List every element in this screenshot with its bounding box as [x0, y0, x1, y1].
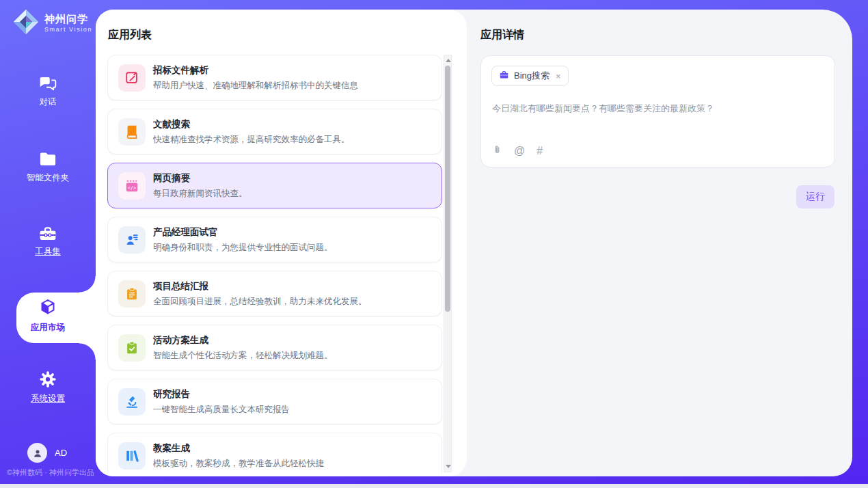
- sidebar-item-market[interactable]: 应用市场: [0, 297, 96, 334]
- app-card[interactable]: 项目总结汇报全面回顾项目进展，总结经验教训，助力未来优化发展。: [107, 271, 442, 316]
- detail-panel-title: 应用详情: [480, 28, 524, 42]
- sidebar-item-label: 智能文件夹: [27, 172, 70, 184]
- diamond-logo-icon: [12, 8, 40, 38]
- brand-name: 神州问学: [44, 14, 92, 25]
- browser-code-icon: </>: [118, 172, 146, 200]
- app-card[interactable]: 教案生成模板驱动，教案秒成，教学准备从此轻松快捷: [107, 433, 442, 473]
- app-card-title: 网页摘要: [153, 172, 247, 185]
- app-card-title: 教案生成: [153, 442, 324, 455]
- composer-toolbar: @ #: [492, 144, 543, 158]
- app-card-title: 项目总结汇报: [153, 280, 367, 293]
- books-icon: [118, 442, 146, 470]
- avatar[interactable]: [27, 443, 47, 463]
- close-icon[interactable]: ×: [556, 71, 561, 81]
- microscope-icon: [118, 388, 146, 416]
- clipboard-icon: [118, 280, 146, 308]
- app-card-description: 快速精准查找学术资源，提高研究效率的必备工具。: [153, 134, 350, 146]
- app-card-title: 产品经理面试官: [153, 226, 333, 239]
- app-card-title: 招标文件解析: [153, 64, 358, 77]
- gear-icon: [0, 370, 96, 389]
- app-list-panel: 应用列表 招标文件解析帮助用户快速、准确地理解和解析招标书中的关键信息文献搜索快…: [96, 10, 467, 476]
- app-card-list: 招标文件解析帮助用户快速、准确地理解和解析招标书中的关键信息文献搜索快速精准查找…: [107, 55, 443, 473]
- edit-icon: [118, 64, 146, 92]
- app-card[interactable]: 文献搜索快速精准查找学术资源，提高研究效率的必备工具。: [107, 109, 442, 154]
- book-icon: [118, 118, 146, 146]
- sidebar-item-tools[interactable]: 工具集: [0, 224, 96, 258]
- app-card-description: 模板驱动，教案秒成，教学准备从此轻松快捷: [153, 458, 324, 470]
- cube-icon: [0, 297, 96, 318]
- briefcase-icon: [499, 70, 509, 83]
- paperclip-icon[interactable]: [492, 144, 502, 158]
- clipboard-check-icon: [118, 334, 146, 362]
- copyright-text: ©神州数码 · 神州问学出品: [7, 467, 94, 478]
- run-button[interactable]: 运行: [796, 185, 835, 208]
- sidebar-item-label: 对话: [40, 96, 57, 108]
- hash-icon[interactable]: #: [537, 146, 543, 157]
- app-card-description: 每日政府新闻资讯快查。: [153, 188, 247, 200]
- app-card[interactable]: 研究报告一键智能生成高质量长文本研究报告: [107, 379, 442, 424]
- app-card-description: 帮助用户快速、准确地理解和解析招标书中的关键信息: [153, 80, 358, 92]
- tool-chip-label: Bing搜索: [514, 70, 550, 82]
- sidebar-item-label: 系统设置: [31, 393, 65, 405]
- scroll-up-icon[interactable]: [446, 59, 451, 62]
- sidebar-item-chat[interactable]: 对话: [0, 76, 96, 108]
- query-text: 今日湖北有哪些新闻要点？有哪些需要关注的最新政策？: [492, 103, 820, 115]
- app-card[interactable]: 产品经理面试官明确身份和职责，为您提供专业性的面试问题。: [107, 217, 442, 262]
- app-card-description: 智能生成个性化活动方案，轻松解决规划难题。: [153, 350, 333, 362]
- app-card-title: 研究报告: [153, 388, 290, 401]
- app-card-description: 一键智能生成高质量长文本研究报告: [153, 404, 290, 416]
- main-content: 应用详情 Bing搜索 × 今日湖北有哪些新闻要点？有哪些需要关注的最新政策？: [96, 10, 852, 476]
- app-card-title: 文献搜索: [153, 118, 350, 131]
- chat-icon: [0, 76, 96, 92]
- app-card[interactable]: </>网页摘要每日政府新闻资讯快查。: [107, 163, 442, 208]
- sidebar-item-label: 工具集: [35, 246, 61, 258]
- sidebar-item-folders[interactable]: 智能文件夹: [0, 150, 96, 184]
- app-card[interactable]: 招标文件解析帮助用户快速、准确地理解和解析招标书中的关键信息: [107, 55, 442, 100]
- user-row[interactable]: AD: [27, 443, 67, 463]
- tool-chip[interactable]: Bing搜索 ×: [491, 66, 569, 86]
- interviewer-icon: [118, 226, 146, 254]
- at-icon[interactable]: @: [514, 146, 525, 157]
- brand-tagline: Smart Vision: [44, 27, 92, 33]
- scroll-down-icon[interactable]: [446, 465, 451, 468]
- list-panel-title: 应用列表: [108, 28, 152, 42]
- brand-logo: 神州问学 Smart Vision: [12, 8, 92, 38]
- svg-text:</>: </>: [128, 185, 136, 191]
- list-scrollbar[interactable]: [444, 55, 452, 472]
- user-initials: AD: [55, 448, 67, 458]
- scrollbar-thumb[interactable]: [445, 66, 450, 312]
- compose-box[interactable]: Bing搜索 × 今日湖北有哪些新闻要点？有哪些需要关注的最新政策？ @ #: [480, 55, 835, 167]
- app-window: 神州问学 Smart Vision 对话智能文件夹工具集应用市场系统设置 AD …: [0, 0, 868, 484]
- app-card-description: 明确身份和职责，为您提供专业性的面试问题。: [153, 242, 333, 254]
- app-card-description: 全面回顾项目进展，总结经验教训，助力未来优化发展。: [153, 296, 367, 308]
- sidebar: 神州问学 Smart Vision 对话智能文件夹工具集应用市场系统设置 AD …: [0, 0, 96, 484]
- sidebar-item-label: 应用市场: [31, 322, 65, 334]
- toolbox-icon: [0, 224, 96, 242]
- app-card-title: 活动方案生成: [153, 334, 333, 347]
- folder-icon: [0, 150, 96, 168]
- app-card[interactable]: 活动方案生成智能生成个性化活动方案，轻松解决规划难题。: [107, 325, 442, 370]
- sidebar-item-settings[interactable]: 系统设置: [0, 370, 96, 405]
